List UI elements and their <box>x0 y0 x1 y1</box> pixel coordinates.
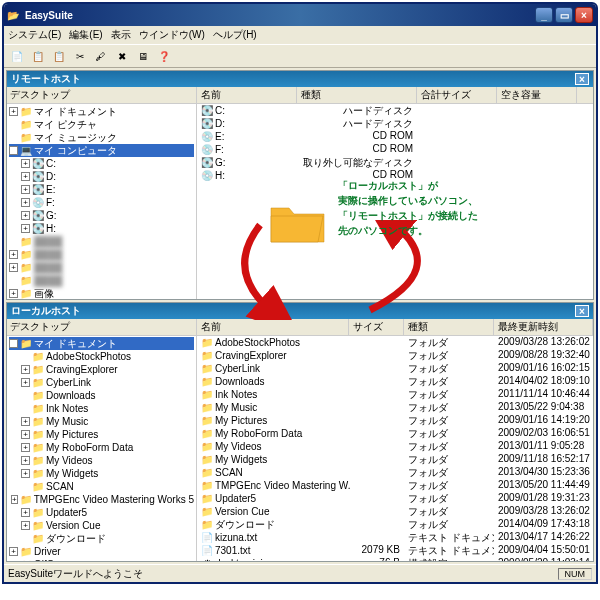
list-item[interactable]: 📁TMPGEnc Video Mastering W...フォルダ2013/05… <box>197 479 593 492</box>
tool-icon[interactable]: 📋 <box>29 47 47 65</box>
expander-icon[interactable]: + <box>21 378 30 387</box>
list-item[interactable]: 📁Version Cueフォルダ2009/03/28 13:26:02 <box>197 505 593 518</box>
tool-icon[interactable]: 📄 <box>8 47 26 65</box>
list-item[interactable]: 📁My RoboForm Dataフォルダ2009/02/03 16:06:51 <box>197 427 593 440</box>
expander-icon[interactable]: + <box>21 417 30 426</box>
menu-edit[interactable]: 編集(E) <box>69 28 102 42</box>
menu-window[interactable]: ウインドウ(W) <box>139 28 205 42</box>
remote-breadcrumb[interactable]: デスクトップ <box>7 87 196 104</box>
tree-item[interactable]: 📁AdobeStockPhotos <box>9 350 194 363</box>
expander-icon[interactable]: + <box>21 456 30 465</box>
tree-item[interactable]: +💽D: <box>9 170 194 183</box>
tree-item[interactable]: +📁My RoboForm Data <box>9 441 194 454</box>
column-header[interactable]: 名前 <box>197 319 349 335</box>
tool-icon[interactable]: 🖥 <box>134 47 152 65</box>
tree-item[interactable]: 📁████ <box>9 274 194 287</box>
expander-icon[interactable]: - <box>9 339 18 348</box>
tree-item[interactable]: 📁SCAN <box>9 480 194 493</box>
tree-item[interactable]: 📁マイ ミュージック <box>9 131 194 144</box>
expander-icon[interactable]: + <box>21 430 30 439</box>
tree-item[interactable]: +📁マイ ドキュメント <box>9 105 194 118</box>
list-item[interactable]: 📁My Widgetsフォルダ2009/11/18 16:52:17 <box>197 453 593 466</box>
list-item[interactable]: 💽C:ハードディスク <box>197 104 593 117</box>
menu-view[interactable]: 表示 <box>111 28 131 42</box>
list-item[interactable]: 💿F:CD ROM <box>197 143 593 156</box>
expander-icon[interactable]: + <box>21 185 30 194</box>
local-close-icon[interactable]: × <box>575 305 589 317</box>
column-header[interactable]: 合計サイズ <box>417 87 497 103</box>
list-item[interactable]: 📁My Musicフォルダ2013/05/22 9:04:38 <box>197 401 593 414</box>
expander-icon[interactable]: + <box>21 198 30 207</box>
list-item[interactable]: ⚙desktop.ini76 B構成設定2009/05/20 11:03:14 <box>197 557 593 561</box>
list-item[interactable]: 📁SCANフォルダ2013/04/30 15:23:36 <box>197 466 593 479</box>
expander-icon[interactable]: + <box>9 263 18 272</box>
tree-item[interactable]: +📁My Pictures <box>9 428 194 441</box>
list-item[interactable]: 💿E:CD ROM <box>197 130 593 143</box>
remote-close-icon[interactable]: × <box>575 73 589 85</box>
tool-icon[interactable]: 🖋 <box>92 47 110 65</box>
tree-item[interactable]: +📁CravingExplorer <box>9 363 194 376</box>
expander-icon[interactable]: + <box>11 495 18 504</box>
tree-item[interactable]: +📁Version Cue <box>9 519 194 532</box>
expander-icon[interactable]: + <box>21 469 30 478</box>
tree-item[interactable]: +💽E: <box>9 183 194 196</box>
expander-icon[interactable]: + <box>9 250 18 259</box>
column-header[interactable]: 種類 <box>297 87 417 103</box>
tool-icon[interactable]: ✂ <box>71 47 89 65</box>
list-item[interactable]: 📁Ink Notesフォルダ2011/11/14 10:46:44 <box>197 388 593 401</box>
column-header[interactable]: サイズ <box>349 319 403 335</box>
list-item[interactable]: 📁CyberLinkフォルダ2009/01/16 16:02:15 <box>197 362 593 375</box>
column-header[interactable]: 種類 <box>404 319 494 335</box>
column-header[interactable]: 名前 <box>197 87 297 103</box>
tree-item[interactable]: 📁Ink Notes <box>9 402 194 415</box>
expander-icon[interactable]: + <box>9 107 18 116</box>
local-tree[interactable]: -📁マイ ドキュメント📁AdobeStockPhotos+📁CravingExp… <box>7 336 196 561</box>
help-icon[interactable]: ❓ <box>155 47 173 65</box>
list-item[interactable]: 📄7301.txt2079 KBテキスト ドキュメント2009/04/04 15… <box>197 544 593 557</box>
tree-item[interactable]: +📁████ <box>9 261 194 274</box>
tree-item[interactable]: +📁My Widgets <box>9 467 194 480</box>
column-header[interactable]: 最終更新時刻 <box>494 319 593 335</box>
expander-icon[interactable]: + <box>9 547 18 556</box>
tree-item[interactable]: +📁████ <box>9 248 194 261</box>
tree-item[interactable]: 📁Downloads <box>9 389 194 402</box>
tree-item[interactable]: +💽C: <box>9 157 194 170</box>
expander-icon[interactable]: + <box>21 443 30 452</box>
tree-item[interactable]: 📁GifCam <box>9 558 194 561</box>
tree-item[interactable]: +📁画像 <box>9 287 194 299</box>
tree-item[interactable]: +💽G: <box>9 209 194 222</box>
list-item[interactable]: 💽D:ハードディスク <box>197 117 593 130</box>
tree-item[interactable]: -📁マイ ドキュメント <box>9 337 194 350</box>
tree-item[interactable]: +📁CyberLink <box>9 376 194 389</box>
expander-icon[interactable]: + <box>21 211 30 220</box>
tree-item[interactable]: 📁マイ ピクチャ <box>9 118 194 131</box>
tree-item[interactable]: +📁My Music <box>9 415 194 428</box>
expander-icon[interactable]: + <box>21 365 30 374</box>
expander-icon[interactable]: + <box>21 508 30 517</box>
maximize-button[interactable]: ▭ <box>555 7 573 23</box>
tree-item[interactable]: +📁Driver <box>9 545 194 558</box>
list-item[interactable]: 📁My Picturesフォルダ2009/01/16 14:19:20 <box>197 414 593 427</box>
tool-icon[interactable]: 📋 <box>50 47 68 65</box>
list-item[interactable]: 📁Updater5フォルダ2009/01/28 19:31:23 <box>197 492 593 505</box>
expander-icon[interactable]: + <box>21 521 30 530</box>
tree-item[interactable]: +💽H: <box>9 222 194 235</box>
tree-item[interactable]: 📁████ <box>9 235 194 248</box>
tree-item[interactable]: +📁TMPGEnc Video Mastering Works 5 <box>9 493 194 506</box>
expander-icon[interactable]: + <box>21 159 30 168</box>
local-list[interactable]: 📁AdobeStockPhotosフォルダ2009/03/28 13:26:02… <box>197 336 593 561</box>
close-button[interactable]: × <box>575 7 593 23</box>
list-item[interactable]: 📁My Videosフォルダ2013/01/11 9:05:28 <box>197 440 593 453</box>
local-breadcrumb[interactable]: デスクトップ <box>7 319 196 336</box>
column-header[interactable]: 空き容量 <box>497 87 577 103</box>
tree-item[interactable]: +📁My Videos <box>9 454 194 467</box>
expander-icon[interactable]: + <box>9 289 18 298</box>
minimize-button[interactable]: _ <box>535 7 553 23</box>
tree-item[interactable]: +📁Updater5 <box>9 506 194 519</box>
tree-item[interactable]: -💻マイ コンピュータ <box>9 144 194 157</box>
tree-item[interactable]: +💿F: <box>9 196 194 209</box>
menu-help[interactable]: ヘルプ(H) <box>213 28 257 42</box>
list-item[interactable]: 📁Downloadsフォルダ2014/04/02 18:09:10 <box>197 375 593 388</box>
tool-icon[interactable]: ✖ <box>113 47 131 65</box>
expander-icon[interactable]: - <box>9 146 18 155</box>
